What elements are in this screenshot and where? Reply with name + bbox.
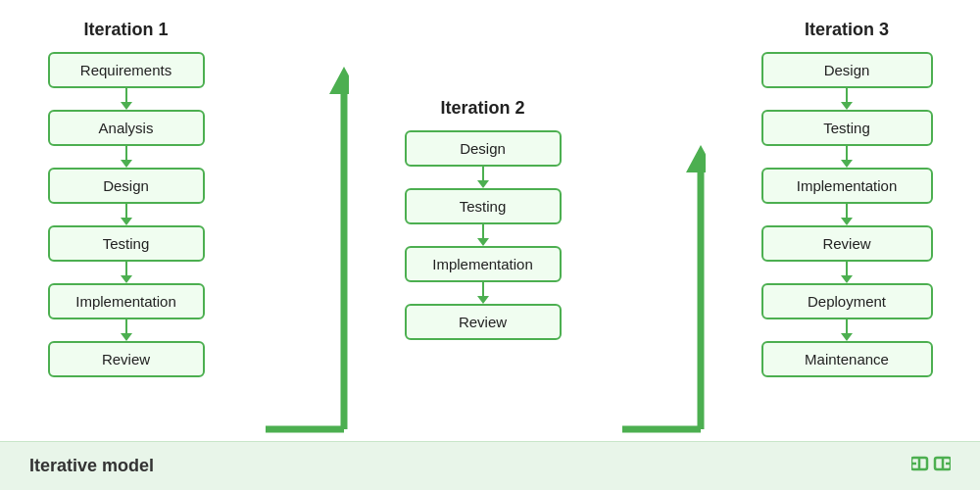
connector-2-3 [617, 135, 706, 439]
iteration-2-title: Iteration 2 [440, 98, 524, 119]
iter1-step-requirements: Requirements [48, 52, 205, 88]
iter1-step-analysis: Analysis [48, 110, 205, 146]
iter2-step-design: Design [405, 130, 562, 167]
arrow-down [841, 204, 853, 225]
main-area: Iteration 1 Requirements Analysis Design… [0, 0, 980, 441]
footer-title: Iterative model [29, 456, 154, 476]
iter1-step-design: Design [48, 168, 205, 204]
iter3-step-review: Review [761, 225, 933, 262]
arrow-down [841, 88, 853, 110]
footer: Iterative model [0, 441, 980, 490]
arrow-down [121, 204, 132, 225]
iteration-1-title: Iteration 1 [83, 20, 168, 40]
arrow-down [477, 282, 489, 304]
svg-marker-2 [329, 67, 349, 94]
iter2-step-review: Review [405, 304, 562, 340]
arrow-down [841, 146, 853, 168]
iteration-3-title: Iteration 3 [805, 20, 889, 40]
arrow-down [477, 167, 489, 188]
connector-svg-1 [261, 57, 349, 439]
svg-marker-5 [686, 145, 706, 172]
gfg-logo-icon [911, 450, 951, 477]
iter3-step-testing: Testing [761, 110, 933, 146]
iter3-step-maintenance: Maintenance [761, 341, 933, 377]
connector-1-2 [261, 57, 349, 439]
iter1-step-implementation: Implementation [48, 283, 205, 319]
footer-logo [911, 450, 951, 482]
iter3-step-deployment: Deployment [761, 283, 933, 319]
arrow-down [121, 319, 132, 341]
arrow-down [841, 319, 853, 341]
arrow-down [477, 224, 489, 246]
iter3-step-design: Design [761, 52, 933, 88]
iter1-step-testing: Testing [48, 225, 205, 262]
arrow-down [121, 262, 132, 283]
iteration-2-column: Iteration 2 Design Testing Implementatio… [405, 98, 562, 340]
iter3-step-implementation: Implementation [761, 168, 933, 204]
iter2-step-implementation: Implementation [405, 246, 562, 282]
arrow-down [841, 262, 853, 283]
iteration-1-column: Iteration 1 Requirements Analysis Design… [48, 20, 205, 377]
iteration-3-column: Iteration 3 Design Testing Implementatio… [761, 20, 933, 377]
arrow-down [121, 146, 132, 168]
iter2-step-testing: Testing [405, 188, 562, 224]
arrow-down [121, 88, 132, 110]
connector-svg-2 [617, 135, 706, 439]
iter1-step-review: Review [48, 341, 205, 377]
